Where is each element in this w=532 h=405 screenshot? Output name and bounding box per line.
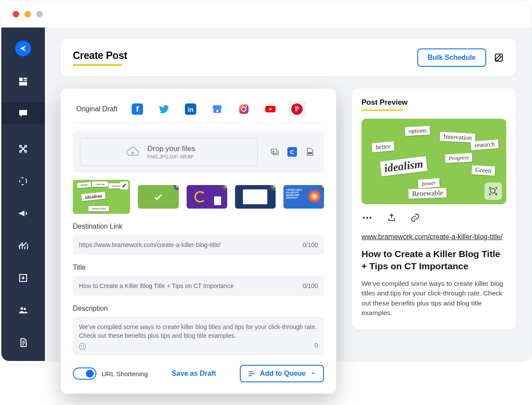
preview-actions — [361, 212, 506, 225]
remove-thumbnail-icon[interactable]: ✕ — [222, 185, 227, 190]
linkedin-tab[interactable]: in — [181, 101, 200, 117]
canva-icon[interactable]: C — [287, 147, 297, 157]
minimize-window-button[interactable] — [24, 11, 31, 17]
svg-rect-27 — [249, 375, 252, 376]
edit-thumbnail-icon[interactable] — [120, 182, 128, 189]
cloud-upload-icon — [124, 145, 141, 159]
edit-icon[interactable] — [494, 53, 504, 62]
svg-rect-16 — [239, 104, 249, 114]
description-label: Description — [73, 305, 324, 312]
add-to-queue-button[interactable]: Add to Queue — [240, 365, 324, 382]
download-nav-icon[interactable] — [16, 271, 30, 285]
twitter-icon — [158, 103, 170, 115]
svg-point-18 — [246, 106, 247, 107]
svg-point-9 — [25, 151, 27, 152]
sidebar — [1, 27, 45, 361]
url-shortening-toggle[interactable] — [73, 367, 96, 380]
youtube-tab[interactable] — [261, 101, 280, 117]
window-controls — [13, 11, 43, 17]
file-dropzone[interactable]: Drop your files PNG,JPG,GIF, WEBP — [80, 138, 258, 166]
team-nav-icon[interactable] — [16, 303, 30, 317]
url-shortening-label: URL Shortening — [102, 370, 148, 378]
pinterest-tab[interactable]: P — [288, 101, 306, 117]
destination-link-label: Destination Link — [73, 223, 324, 230]
svg-point-22 — [79, 343, 86, 350]
svg-rect-2 — [24, 80, 27, 81]
google-business-tab[interactable] — [208, 101, 226, 117]
svg-point-24 — [83, 346, 84, 347]
preview-underline — [361, 110, 403, 111]
link-icon[interactable] — [410, 213, 420, 224]
platform-tabs: Original Draft f in P — [73, 101, 324, 123]
app-window: Create Post Bulk Schedule Original Draft… — [0, 0, 532, 361]
more-icon[interactable] — [361, 212, 373, 225]
network-nav-icon[interactable] — [16, 142, 30, 156]
main-content: Create Post Bulk Schedule Original Draft… — [45, 27, 532, 361]
dropzone-title: Drop your files — [147, 144, 195, 153]
document-nav-icon[interactable] — [16, 336, 30, 350]
description-input[interactable]: We've compiled some ways to create kille… — [73, 317, 324, 355]
thumbnail-1[interactable]: better options research idealism Renewab… — [73, 180, 130, 214]
linkedin-icon: in — [185, 103, 196, 115]
preview-image: options Innovation research better ideal… — [361, 119, 506, 204]
svg-point-12 — [20, 307, 23, 310]
maximize-window-button[interactable] — [36, 11, 43, 17]
svg-point-5 — [20, 145, 21, 147]
svg-point-8 — [20, 151, 21, 152]
chevron-down-icon — [310, 371, 316, 377]
upload-area: Drop your files PNG,JPG,GIF, WEBP C GIF — [73, 131, 324, 173]
facebook-icon: f — [132, 103, 143, 115]
svg-rect-15 — [216, 110, 218, 112]
gif-icon[interactable]: GIF — [305, 147, 314, 157]
preview-heading: Post Preview — [361, 98, 506, 107]
svg-point-31 — [369, 217, 371, 219]
page-title: Create Post — [73, 50, 127, 62]
title-input[interactable] — [73, 276, 324, 296]
svg-point-13 — [24, 308, 26, 310]
compose-nav-icon[interactable] — [1, 103, 45, 124]
google-business-icon — [211, 103, 223, 115]
dashboard-nav-icon[interactable] — [16, 75, 30, 89]
thumbnail-3[interactable]: ✕ — [187, 185, 227, 209]
destination-link-input[interactable] — [73, 235, 324, 255]
save-as-draft-button[interactable]: Save as Draft — [172, 370, 216, 378]
svg-point-30 — [366, 217, 368, 219]
share-icon[interactable] — [387, 213, 396, 224]
svg-point-28 — [491, 189, 495, 193]
analytics-nav-icon[interactable] — [16, 239, 30, 253]
compose-footer: URL Shortening Save as Draft Add to Queu… — [73, 365, 324, 382]
thumbnail-5[interactable]: 5 STEPS FOR A KILLER DTC MARKETING STRAT… — [283, 185, 324, 209]
instagram-icon — [238, 103, 249, 115]
svg-point-6 — [25, 145, 27, 147]
dropzone-subtitle: PNG,JPG,GIF, WEBP — [147, 154, 195, 159]
target-nav-icon[interactable] — [16, 174, 30, 188]
svg-rect-26 — [249, 373, 255, 374]
preview-description: We've compiled some ways to create kille… — [361, 279, 506, 318]
destination-link-counter: 0/100 — [303, 241, 318, 248]
instagram-tab[interactable] — [235, 101, 253, 117]
facebook-tab[interactable]: f — [128, 101, 147, 117]
original-draft-tab[interactable]: Original Draft — [76, 105, 117, 113]
pinterest-icon: P — [291, 103, 303, 115]
twitter-tab[interactable] — [155, 101, 173, 117]
svg-rect-3 — [19, 82, 27, 86]
thumbnail-2[interactable]: ✕ — [138, 185, 178, 209]
media-thumbnails: better options research idealism Renewab… — [73, 180, 324, 214]
zoom-icon[interactable] — [484, 182, 502, 200]
preview-url[interactable]: www.bramework.com/create-a-killer-blog-t… — [361, 233, 506, 241]
thumbnail-4[interactable]: ✕ — [235, 185, 276, 209]
description-counter: 0 — [314, 341, 318, 350]
svg-text:GIF: GIF — [308, 152, 312, 154]
megaphone-nav-icon[interactable] — [16, 206, 30, 220]
bulk-schedule-button[interactable]: Bulk Schedule — [417, 48, 486, 67]
remove-thumbnail-icon[interactable]: ✕ — [319, 185, 324, 190]
app-logo-icon[interactable] — [15, 41, 31, 56]
close-window-button[interactable] — [13, 11, 19, 17]
emoji-picker-icon[interactable] — [78, 342, 87, 351]
media-library-icon[interactable] — [270, 147, 280, 157]
remove-thumbnail-icon[interactable]: ✕ — [270, 185, 276, 190]
preview-card: Post Preview options Innovation research… — [352, 89, 516, 329]
title-label: Title — [73, 264, 324, 271]
svg-rect-0 — [19, 78, 23, 81]
preview-title-text: How to Create a Killer Blog Title + Tips… — [361, 248, 506, 273]
